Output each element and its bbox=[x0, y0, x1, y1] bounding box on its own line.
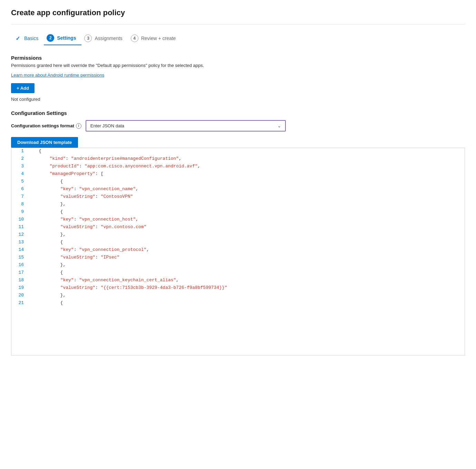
not-configured-status: Not configured bbox=[11, 97, 465, 102]
line-content: "valueString": "IPsec" bbox=[28, 254, 465, 260]
line-content: }, bbox=[28, 201, 465, 207]
line-content: "key": "vpn_connection_keychain_cert_ali… bbox=[28, 277, 465, 283]
line-number: 21 bbox=[11, 300, 28, 305]
line-number: 11 bbox=[11, 224, 28, 229]
line-number: 13 bbox=[11, 240, 28, 245]
json-line: 15 "valueString": "IPsec" bbox=[11, 254, 465, 262]
line-content: "valueString": "vpn.contoso.com" bbox=[28, 224, 465, 230]
line-number: 14 bbox=[11, 247, 28, 252]
line-content: "valueString": "ContosoVPN" bbox=[28, 194, 465, 199]
json-line: 10 "key": "vpn_connection_host", bbox=[11, 216, 465, 224]
line-content: { bbox=[28, 178, 465, 184]
json-line: 14 "key": "vpn_connection_protocol", bbox=[11, 247, 465, 254]
line-number: 8 bbox=[11, 202, 28, 207]
format-row: Configuration settings format i Enter JS… bbox=[11, 120, 465, 131]
step-settings[interactable]: 2 Settings bbox=[44, 31, 81, 45]
json-line: 2 "kind": "androidenterprise#managedConf… bbox=[11, 156, 465, 163]
configuration-section: Configuration Settings Configuration set… bbox=[11, 110, 465, 148]
line-number: 3 bbox=[11, 164, 28, 169]
json-line: 12 }, bbox=[11, 232, 465, 239]
line-content: }, bbox=[28, 292, 465, 298]
line-number: 12 bbox=[11, 232, 28, 237]
configuration-section-title: Configuration Settings bbox=[11, 110, 465, 116]
json-line: 8 }, bbox=[11, 201, 465, 209]
line-content: "kind": "androidenterprise#managedConfig… bbox=[28, 156, 465, 162]
line-content: "productId": "app:com.cisco.anyconnect.v… bbox=[28, 163, 465, 169]
line-content: { bbox=[28, 300, 465, 306]
chevron-down-icon: ⌄ bbox=[278, 124, 281, 128]
line-content: "key": "vpn_connection_host", bbox=[28, 216, 465, 222]
permissions-title: Permissions bbox=[11, 55, 465, 61]
page-title: Create app configuration policy bbox=[11, 8, 465, 17]
line-content: }, bbox=[28, 232, 465, 237]
line-content: { bbox=[28, 270, 465, 275]
format-label: Configuration settings format i bbox=[11, 123, 81, 129]
step-basics-badge: ✓ bbox=[14, 35, 21, 42]
json-format-dropdown[interactable]: Enter JSON data ⌄ bbox=[86, 120, 286, 131]
dropdown-value: Enter JSON data bbox=[90, 123, 124, 128]
line-number: 5 bbox=[11, 179, 28, 184]
line-number: 9 bbox=[11, 209, 28, 214]
line-content: }, bbox=[28, 262, 465, 268]
json-line: 1 { bbox=[11, 148, 465, 156]
json-line: 17 { bbox=[11, 270, 465, 277]
json-line: 6 "key": "vpn_connection_name", bbox=[11, 186, 465, 194]
learn-more-link[interactable]: Learn more about Android runtime permiss… bbox=[11, 72, 104, 78]
step-basics[interactable]: ✓ Basics bbox=[11, 32, 44, 45]
json-line: 7 "valueString": "ContosoVPN" bbox=[11, 194, 465, 201]
step-settings-label: Settings bbox=[57, 35, 76, 41]
json-editor[interactable]: 1 {2 "kind": "androidenterprise#managedC… bbox=[11, 148, 465, 355]
line-number: 20 bbox=[11, 293, 28, 298]
json-line: 11 "valueString": "vpn.contoso.com" bbox=[11, 224, 465, 232]
line-number: 17 bbox=[11, 270, 28, 275]
json-line: 16 }, bbox=[11, 262, 465, 270]
step-assignments[interactable]: 3 Assignments bbox=[81, 32, 128, 45]
permissions-description: Permissions granted here will override t… bbox=[11, 63, 465, 68]
step-review-badge: 4 bbox=[131, 35, 138, 42]
download-json-button[interactable]: Download JSON template bbox=[11, 137, 78, 148]
json-line: 18 "key": "vpn_connection_keychain_cert_… bbox=[11, 277, 465, 285]
line-number: 1 bbox=[11, 148, 28, 154]
line-content: "key": "vpn_connection_name", bbox=[28, 186, 465, 192]
line-content: "key": "vpn_connection_protocol", bbox=[28, 247, 465, 253]
line-content: { bbox=[28, 239, 465, 245]
add-button[interactable]: + Add bbox=[11, 83, 35, 93]
line-number: 16 bbox=[11, 262, 28, 267]
line-number: 19 bbox=[11, 285, 28, 290]
line-number: 15 bbox=[11, 255, 28, 260]
line-number: 18 bbox=[11, 277, 28, 283]
step-review[interactable]: 4 Review + create bbox=[128, 32, 182, 45]
json-line: 19 "valueString": "{{cert:7153cb3b-3929-… bbox=[11, 285, 465, 292]
line-content: "valueString": "{{cert:7153cb3b-3929-4da… bbox=[28, 285, 465, 291]
json-line: 5 { bbox=[11, 178, 465, 186]
json-line: 13 { bbox=[11, 239, 465, 247]
line-number: 2 bbox=[11, 156, 28, 161]
json-editor-content[interactable]: 1 {2 "kind": "androidenterprise#managedC… bbox=[11, 148, 465, 355]
info-icon[interactable]: i bbox=[76, 123, 81, 129]
divider bbox=[11, 24, 465, 25]
json-line: 21 { bbox=[11, 300, 465, 307]
line-content: { bbox=[28, 148, 465, 154]
json-line: 4 "managedProperty": [ bbox=[11, 171, 465, 178]
line-content: "managedProperty": [ bbox=[28, 171, 465, 177]
json-line: 9 { bbox=[11, 209, 465, 216]
step-review-label: Review + create bbox=[141, 36, 176, 41]
line-number: 4 bbox=[11, 171, 28, 176]
wizard-steps: ✓ Basics 2 Settings 3 Assignments 4 Revi… bbox=[11, 31, 465, 45]
page-container: Create app configuration policy ✓ Basics… bbox=[0, 0, 476, 364]
permissions-section: Permissions Permissions granted here wil… bbox=[11, 55, 465, 102]
json-line: 20 }, bbox=[11, 292, 465, 300]
line-number: 6 bbox=[11, 186, 28, 192]
step-basics-label: Basics bbox=[24, 36, 38, 41]
step-assignments-label: Assignments bbox=[95, 36, 122, 41]
json-line: 3 "productId": "app:com.cisco.anyconnect… bbox=[11, 163, 465, 171]
line-content: { bbox=[28, 209, 465, 215]
step-settings-badge: 2 bbox=[47, 34, 54, 42]
step-assignments-badge: 3 bbox=[84, 35, 92, 42]
line-number: 7 bbox=[11, 194, 28, 199]
line-number: 10 bbox=[11, 217, 28, 222]
